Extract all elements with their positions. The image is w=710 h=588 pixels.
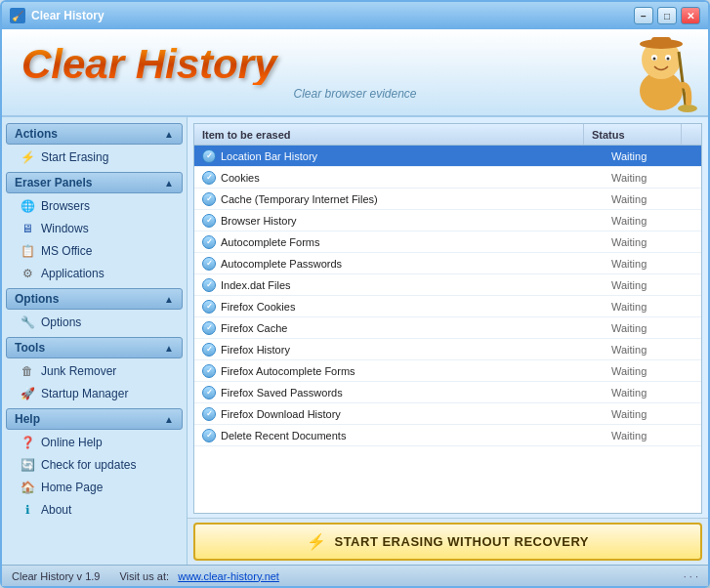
status-cell: Waiting: [604, 382, 701, 402]
table-row[interactable]: Firefox CacheWaiting: [194, 317, 701, 339]
row-checkbox-icon: [202, 214, 216, 228]
start-erasing-button[interactable]: ⚡ START ERASING WITHOUT RECOVERY: [193, 523, 702, 561]
section-header-options[interactable]: Options ▲: [6, 288, 183, 310]
row-checkbox-icon: [202, 429, 216, 442]
table-row[interactable]: Firefox Download HistoryWaiting: [194, 403, 701, 425]
sidebar-item-home-page[interactable]: 🏠 Home Page: [6, 477, 183, 498]
sidebar-item-label: About: [41, 503, 71, 517]
table-row[interactable]: Index.dat FilesWaiting: [194, 274, 701, 296]
item-name: Cookies: [221, 172, 260, 184]
svg-point-6: [653, 58, 656, 61]
close-button[interactable]: ✕: [681, 7, 700, 24]
chevron-eraser-panels-icon: ▲: [164, 178, 174, 189]
status-cell: Waiting: [604, 425, 701, 445]
status-cell: Waiting: [604, 296, 701, 316]
table-row[interactable]: Firefox Autocomplete FormsWaiting: [194, 360, 701, 382]
window-title: Clear History: [31, 9, 104, 22]
website-link[interactable]: www.clear-history.net: [178, 570, 279, 582]
sidebar-item-label: Start Erasing: [41, 150, 108, 164]
item-cell: Firefox History: [194, 339, 604, 359]
maximize-button[interactable]: □: [657, 7, 677, 24]
app-subtitle: Clear browser evidence: [21, 87, 689, 101]
sidebar-item-startup-manager[interactable]: 🚀 Startup Manager: [6, 383, 183, 404]
table-row[interactable]: Cache (Temporary Internet Files)Waiting: [194, 189, 701, 210]
windows-icon: 🖥: [20, 221, 35, 236]
table-row[interactable]: Firefox HistoryWaiting: [194, 339, 701, 360]
sidebar-item-check-updates[interactable]: 🔄 Check for updates: [6, 454, 183, 476]
sidebar-item-windows[interactable]: 🖥 Windows: [6, 218, 183, 239]
main-content: Actions ▲ ⚡ Start Erasing Eraser Panels …: [2, 117, 708, 565]
item-cell: Cookies: [194, 167, 604, 188]
status-cell: Waiting: [604, 274, 701, 295]
row-checkbox-icon: [202, 300, 216, 314]
row-checkbox-icon: [202, 407, 216, 421]
home-page-icon: 🏠: [20, 480, 35, 495]
item-cell: Firefox Cache: [194, 317, 604, 338]
section-title-actions: Actions: [15, 127, 58, 141]
item-cell: Firefox Download History: [194, 403, 604, 424]
table-row[interactable]: Firefox CookiesWaiting: [194, 296, 701, 317]
sidebar-item-label: Applications: [41, 267, 104, 280]
section-title-tools: Tools: [15, 341, 45, 355]
chevron-help-icon: ▲: [164, 414, 174, 425]
table-row[interactable]: Firefox Saved PasswordsWaiting: [194, 382, 701, 403]
table-row[interactable]: CookiesWaiting: [194, 167, 701, 189]
sidebar-item-label: Options: [41, 315, 81, 329]
table-row[interactable]: Location Bar HistoryWaiting: [194, 146, 701, 167]
sidebar-item-label: Junk Remover: [41, 364, 116, 378]
status-cell: Waiting: [604, 317, 701, 338]
sidebar-item-applications[interactable]: ⚙ Applications: [6, 263, 183, 284]
section-header-actions[interactable]: Actions ▲: [6, 123, 183, 145]
sidebar-item-start-erasing[interactable]: ⚡ Start Erasing: [6, 147, 183, 168]
sidebar-section-options: Options ▲ 🔧 Options: [6, 288, 183, 333]
section-header-tools[interactable]: Tools ▲: [6, 337, 183, 358]
main-window: 🧹 Clear History − □ ✕ Clear History Clea…: [0, 0, 710, 588]
column-header-item: Item to be erased: [194, 124, 584, 145]
item-name: Firefox History: [221, 344, 290, 356]
titlebar: 🧹 Clear History − □ ✕: [2, 2, 708, 29]
applications-icon: ⚙: [20, 266, 35, 281]
item-cell: Firefox Saved Passwords: [194, 382, 604, 402]
sidebar-item-browsers[interactable]: 🌐 Browsers: [6, 195, 183, 217]
item-name: Index.dat Files: [221, 279, 291, 291]
item-cell: Location Bar History: [194, 146, 604, 166]
sidebar-item-ms-office[interactable]: 📋 MS Office: [6, 240, 183, 262]
erase-button-label: START ERASING WITHOUT RECOVERY: [334, 534, 589, 549]
sidebar-section-tools: Tools ▲ 🗑 Junk Remover 🚀 Startup Manager: [6, 337, 183, 404]
sidebar-item-label: MS Office: [41, 244, 92, 258]
right-panel: Item to be erased Status Location Bar Hi…: [188, 117, 708, 565]
sidebar-item-about[interactable]: ℹ About: [6, 499, 183, 521]
table-body[interactable]: Location Bar HistoryWaitingCookiesWaitin…: [194, 146, 701, 513]
app-icon: 🧹: [10, 8, 25, 23]
status-cell: Waiting: [604, 167, 701, 188]
row-checkbox-icon: [202, 386, 216, 399]
status-cell: Waiting: [604, 146, 701, 166]
version-label: Clear History v 1.9: [12, 570, 100, 582]
status-cell: Waiting: [604, 403, 701, 424]
table-row[interactable]: Autocomplete PasswordsWaiting: [194, 253, 701, 274]
item-name: Firefox Saved Passwords: [221, 387, 343, 399]
chevron-options-icon: ▲: [164, 294, 174, 305]
item-name: Firefox Autocomplete Forms: [221, 365, 355, 377]
sidebar-item-junk-remover[interactable]: 🗑 Junk Remover: [6, 360, 183, 382]
row-checkbox-icon: [202, 321, 216, 335]
item-name: Firefox Cache: [221, 322, 287, 334]
section-header-help[interactable]: Help ▲: [6, 408, 183, 430]
minimize-button[interactable]: −: [634, 7, 653, 24]
sidebar-item-label: Online Help: [41, 436, 103, 449]
table-row[interactable]: Autocomplete FormsWaiting: [194, 231, 701, 253]
table-row[interactable]: Browser HistoryWaiting: [194, 210, 701, 231]
titlebar-left: 🧹 Clear History: [10, 8, 104, 23]
browsers-icon: 🌐: [20, 198, 35, 214]
sidebar-item-online-help[interactable]: ❓ Online Help: [6, 432, 183, 453]
lightning-icon: ⚡: [307, 532, 327, 551]
item-name: Delete Recent Documents: [221, 430, 346, 441]
table-row[interactable]: Delete Recent DocumentsWaiting: [194, 425, 701, 446]
sidebar: Actions ▲ ⚡ Start Erasing Eraser Panels …: [2, 117, 188, 565]
sidebar-item-options[interactable]: 🔧 Options: [6, 312, 183, 333]
sidebar-item-label: Windows: [41, 222, 89, 235]
header-banner: Clear History Clear browser evidence: [2, 29, 708, 117]
section-header-eraser-panels[interactable]: Eraser Panels ▲: [6, 172, 183, 193]
status-cell: Waiting: [604, 339, 701, 359]
item-cell: Index.dat Files: [194, 274, 604, 295]
